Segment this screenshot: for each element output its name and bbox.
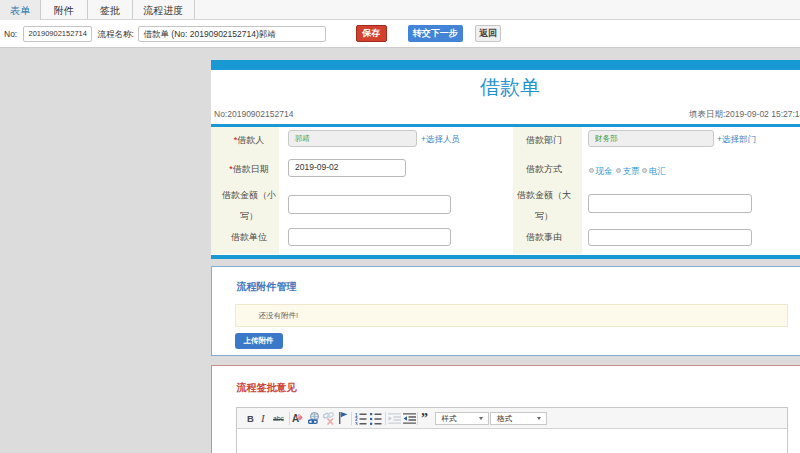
svg-text:3: 3 (355, 421, 358, 425)
